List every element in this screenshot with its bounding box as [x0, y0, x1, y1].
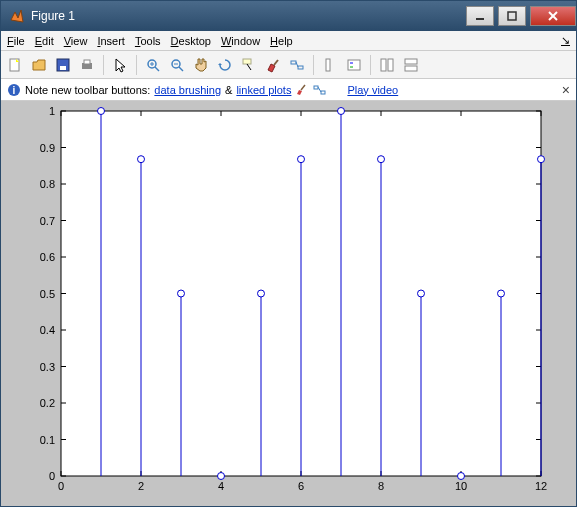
svg-rect-25 [332, 59, 335, 71]
link-icon[interactable] [287, 55, 307, 75]
svg-rect-1 [508, 12, 516, 20]
info-icon: i [7, 83, 21, 97]
note-prefix: Note new toolbar buttons: [25, 84, 150, 96]
svg-line-35 [301, 85, 305, 90]
figure-window: Figure 1 File Edit View Insert Tools Des… [0, 0, 577, 507]
separator [370, 55, 371, 75]
svg-text:0.8: 0.8 [40, 178, 55, 190]
svg-rect-29 [381, 59, 386, 71]
note-link-brushing[interactable]: data brushing [154, 84, 221, 96]
print-icon[interactable] [77, 55, 97, 75]
svg-text:0.5: 0.5 [40, 288, 55, 300]
svg-line-20 [274, 60, 278, 65]
svg-text:0.7: 0.7 [40, 215, 55, 227]
menu-insert[interactable]: Insert [97, 35, 125, 47]
separator [313, 55, 314, 75]
svg-text:0: 0 [58, 480, 64, 492]
note-link-linked[interactable]: linked plots [236, 84, 291, 96]
svg-rect-30 [388, 59, 393, 71]
datacursor-icon[interactable] [239, 55, 259, 75]
toolbar [1, 51, 576, 79]
svg-rect-31 [405, 59, 417, 64]
note-close-icon[interactable]: × [562, 82, 570, 98]
svg-point-103 [258, 290, 265, 297]
svg-marker-17 [218, 63, 222, 65]
plottools-icon[interactable] [401, 55, 421, 75]
note-bar: i Note new toolbar buttons: data brushin… [1, 79, 576, 101]
svg-text:10: 10 [455, 480, 467, 492]
svg-text:8: 8 [378, 480, 384, 492]
new-icon[interactable] [5, 55, 25, 75]
pointer-icon[interactable] [110, 55, 130, 75]
svg-point-107 [338, 108, 345, 115]
svg-rect-18 [243, 59, 251, 64]
ploteditor-icon[interactable] [377, 55, 397, 75]
svg-point-95 [98, 108, 105, 115]
svg-text:0.2: 0.2 [40, 397, 55, 409]
note-play-video[interactable]: Play video [347, 84, 398, 96]
menu-tools[interactable]: Tools [135, 35, 161, 47]
dock-icon[interactable]: ↘ [561, 34, 570, 47]
svg-rect-37 [321, 91, 325, 94]
menu-edit[interactable]: Edit [35, 35, 54, 47]
brush-icon[interactable] [263, 55, 283, 75]
svg-line-15 [179, 67, 183, 71]
svg-rect-21 [291, 61, 296, 64]
svg-point-109 [378, 156, 385, 163]
svg-text:0.4: 0.4 [40, 324, 55, 336]
open-icon[interactable] [29, 55, 49, 75]
svg-text:2: 2 [138, 480, 144, 492]
window-title: Figure 1 [31, 9, 466, 23]
svg-text:0.1: 0.1 [40, 434, 55, 446]
svg-point-111 [418, 290, 425, 297]
svg-text:12: 12 [535, 480, 547, 492]
svg-text:4: 4 [218, 480, 224, 492]
svg-rect-22 [298, 66, 303, 69]
svg-point-105 [298, 156, 305, 163]
svg-rect-24 [326, 59, 330, 71]
menu-window[interactable]: Window [221, 35, 260, 47]
note-amp: & [225, 84, 232, 96]
close-button[interactable] [530, 6, 576, 26]
maximize-button[interactable] [498, 6, 526, 26]
brush-small-icon [295, 83, 309, 97]
separator [136, 55, 137, 75]
svg-rect-32 [405, 66, 417, 71]
menubar: File Edit View Insert Tools Desktop Wind… [1, 31, 576, 51]
pan-icon[interactable] [191, 55, 211, 75]
plot-area: 00.10.20.30.40.50.60.70.80.91024681012 [1, 101, 576, 506]
menu-file[interactable]: File [7, 35, 25, 47]
zoom-in-icon[interactable] [143, 55, 163, 75]
minimize-button[interactable] [466, 6, 494, 26]
svg-text:1: 1 [49, 105, 55, 117]
save-icon[interactable] [53, 55, 73, 75]
rotate-icon[interactable] [215, 55, 235, 75]
matlab-icon [9, 8, 25, 24]
svg-point-113 [458, 473, 465, 480]
menu-view[interactable]: View [64, 35, 88, 47]
titlebar: Figure 1 [1, 1, 576, 31]
svg-text:i: i [13, 85, 16, 96]
svg-text:6: 6 [298, 480, 304, 492]
svg-text:0.6: 0.6 [40, 251, 55, 263]
separator [103, 55, 104, 75]
zoom-out-icon[interactable] [167, 55, 187, 75]
colorbar-icon[interactable] [320, 55, 340, 75]
svg-point-99 [178, 290, 185, 297]
svg-text:0.3: 0.3 [40, 361, 55, 373]
svg-rect-7 [60, 66, 66, 70]
menu-help[interactable]: Help [270, 35, 293, 47]
svg-rect-26 [348, 60, 360, 70]
menu-desktop[interactable]: Desktop [171, 35, 211, 47]
svg-line-11 [155, 67, 159, 71]
svg-point-117 [538, 156, 545, 163]
svg-rect-9 [84, 60, 90, 64]
svg-point-101 [218, 473, 225, 480]
svg-point-97 [138, 156, 145, 163]
legend-icon[interactable] [344, 55, 364, 75]
svg-text:0: 0 [49, 470, 55, 482]
link-small-icon [313, 83, 327, 97]
svg-point-115 [498, 290, 505, 297]
stem-chart: 00.10.20.30.40.50.60.70.80.91024681012 [1, 101, 576, 506]
svg-rect-36 [314, 86, 318, 89]
